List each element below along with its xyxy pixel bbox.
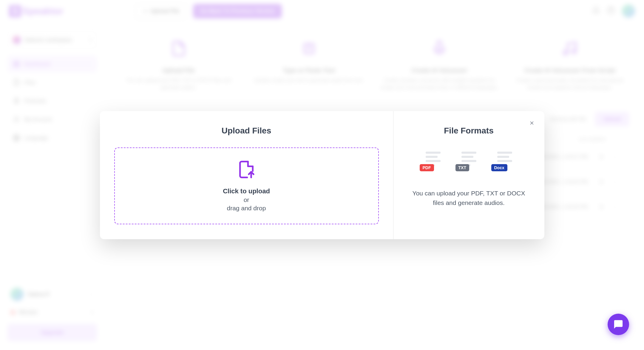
dropzone[interactable]: Click to upload or drag and drop <box>114 147 379 224</box>
file-formats-title: File Formats <box>408 126 530 136</box>
txt-badge: TXT <box>455 164 469 171</box>
close-button[interactable] <box>529 120 535 126</box>
formats-description: You can upload your PDF, TXT or DOCX fil… <box>408 189 530 208</box>
format-pdf: PDF <box>422 149 444 174</box>
docx-badge: Docx <box>491 164 507 171</box>
format-txt: TXT <box>458 149 480 174</box>
or-text: or <box>244 196 249 203</box>
file-upload-icon <box>237 160 256 179</box>
pdf-badge: PDF <box>420 164 434 171</box>
format-docx: Docx <box>494 149 516 174</box>
drag-drop-text: drag and drop <box>227 205 266 212</box>
chat-button[interactable] <box>608 314 629 335</box>
click-to-upload-text: Click to upload <box>223 187 270 195</box>
chat-icon <box>613 319 623 329</box>
modal-title: Upload Files <box>114 126 379 136</box>
modal-overlay: Upload Files Click to upload or drag and… <box>0 0 644 350</box>
upload-modal: Upload Files Click to upload or drag and… <box>100 111 544 239</box>
format-row: PDF TXT Docx <box>408 149 530 174</box>
